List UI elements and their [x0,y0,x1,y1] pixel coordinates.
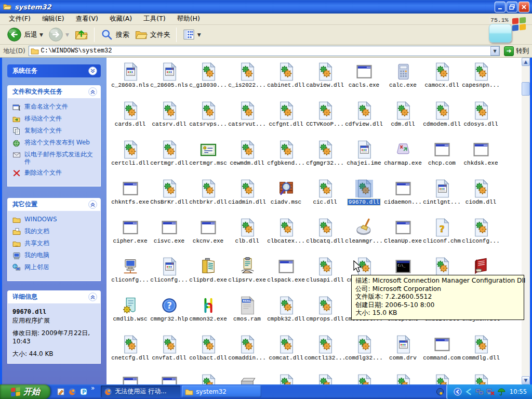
file-item[interactable] [422,374,461,384]
file-item[interactable]: ChsBrKr.dll [150,179,189,218]
arrow-tray-icon[interactable] [464,388,473,396]
file-item[interactable]: c_28603.nls [111,62,150,101]
file-item[interactable]: cdm.dll [383,101,422,140]
file-item[interactable]: cmprops.dll [305,296,344,335]
menu-item[interactable]: 查看(V) [70,14,104,24]
task-link[interactable]: 将这个文件发布到 Web [12,139,97,147]
file-item[interactable] [111,374,150,384]
file-item[interactable]: colbact.dll [189,335,228,374]
percent-overlay-widget[interactable]: 75.1% [489,14,521,43]
file-item[interactable]: cleanmgr... [344,218,383,257]
search-button[interactable]: 搜索 [98,27,132,43]
file-item[interactable]: ?cliconf.chm [422,218,461,257]
file-item[interactable]: clipbrd.exe [189,257,228,296]
file-item[interactable]: comaddin... [228,335,267,374]
views-button[interactable]: ▼ [180,27,204,42]
file-list-area[interactable]: c_28603.nlsc_28605.nlsc_g18030...c_is202… [107,58,522,384]
netx-tray-icon[interactable] [486,388,495,396]
folders-button[interactable]: 文件夹 [132,27,173,43]
file-item[interactable]: c_28605.nls [150,62,189,101]
file-tasks-header[interactable]: 文件和文件夹任务 [7,85,101,98]
file-item[interactable]: cic.dll [305,179,344,218]
file-item[interactable] [461,374,500,384]
file-item[interactable]: clb.dll [228,218,267,257]
file-item[interactable]: chkdsk.exe [461,140,500,179]
file-item[interactable]: CleanUp.exe [383,218,422,257]
file-item[interactable]: cabview.dll [305,62,344,101]
menu-item[interactable]: 文件(F) [3,14,36,24]
file-item[interactable]: cliconfg... [150,257,189,296]
file-item[interactable]: cdmodem.dll [422,101,461,140]
scroll-up-button[interactable]: ▲ [522,58,530,66]
file-item[interactable]: c_is2022... [228,62,267,101]
file-item[interactable]: clusapi.dll [305,257,344,296]
file-item[interactable] [305,374,344,384]
back-dropdown-icon[interactable]: ▼ [39,32,43,37]
file-item[interactable]: cfgmgr32... [305,140,344,179]
forward-button[interactable]: ▼ [46,26,72,43]
ime-indicator[interactable] [434,384,446,399]
file-item[interactable] [228,374,267,384]
file-item[interactable]: c_g18030... [189,62,228,101]
file-item[interactable]: commdlg.dll [461,335,500,374]
file-item[interactable]: chtbrkr.dll [189,179,228,218]
file-item[interactable]: ?cmmgr32.hlp [150,296,189,335]
file-item[interactable]: clbcatq.dll [305,218,344,257]
chevron-up-icon[interactable] [88,200,97,209]
file-item[interactable]: camocx.dll [422,62,461,101]
menu-item[interactable]: 帮助(H) [171,14,206,24]
chevron-down-icon[interactable] [88,66,97,75]
file-item[interactable]: chajei.ime [344,140,383,179]
file-item[interactable]: cliconfg... [461,218,500,257]
file-item[interactable]: cidaemon... [383,179,422,218]
menu-item[interactable]: 编辑(E) [36,14,70,24]
file-item[interactable]: ciadv.msc [267,179,305,218]
file-item[interactable]: comm.drv [383,335,422,374]
restore-button[interactable] [507,2,517,12]
file-item[interactable]: cacls.exe [344,62,383,101]
file-item[interactable]: chkntfs.exe [111,179,150,218]
up-button[interactable] [72,26,91,43]
views-dropdown-icon[interactable]: ▼ [197,32,201,37]
task-link[interactable]: 复制这个文件 [12,127,97,135]
file-item[interactable]: ciadmin.dll [228,179,267,218]
pps-quicklaunch-icon[interactable]: P [79,388,88,396]
file-item[interactable]: chcp.com [422,140,461,179]
file-item[interactable]: command.com [422,335,461,374]
file-item[interactable]: 99670.dll [344,179,383,218]
file-item[interactable]: REALcmos.ram [228,296,267,335]
file-item[interactable]: cmpbk32.dll [267,296,305,335]
pen-quicklaunch-icon[interactable] [57,388,65,396]
task-link[interactable]: 我的文档 [12,228,97,236]
file-item[interactable]: certmgr.msc [189,140,228,179]
file-item[interactable]: ckcnv.exe [189,218,228,257]
forward-dropdown-icon[interactable]: ▼ [65,32,69,37]
file-item[interactable]: cmdlib.wsc [111,296,150,335]
task-link[interactable]: 移动这个文件 [12,115,97,123]
file-item[interactable]: comcat.dll [267,335,305,374]
chevron-up-icon[interactable] [88,292,97,301]
file-item[interactable]: CCTVKooP... [305,101,344,140]
file-item[interactable]: cabinet.dll [267,62,305,101]
file-item[interactable]: cnvfat.dll [150,335,189,374]
menu-item[interactable]: 收藏(A) [104,14,138,24]
taskbar-clock[interactable]: 10:55 [510,388,527,395]
file-item[interactable] [383,374,422,384]
close-button[interactable] [518,2,529,12]
task-link[interactable]: 删除这个文件 [12,169,97,177]
file-item[interactable]: comctl132... [305,335,344,374]
address-combo[interactable]: C:\WINDOWS\system32 ▼ [29,46,500,56]
file-item[interactable]: cdfview.dll [344,101,383,140]
file-item[interactable]: clbcatex... [267,218,305,257]
task-link[interactable]: 我的电脑 [12,251,97,260]
task-button[interactable]: system32 [182,385,261,397]
file-item[interactable]: cfgbkend... [267,140,305,179]
firefox-quicklaunch-icon[interactable] [68,388,76,396]
file-item[interactable]: cards.dll [111,101,150,140]
file-item[interactable]: ciodm.dll [461,179,500,218]
file-item[interactable]: catsrvps... [189,101,228,140]
file-item[interactable]: certcli.dll [111,140,150,179]
address-value[interactable]: C:\WINDOWS\system32 [41,47,490,55]
file-item[interactable]: cdosys.dll [461,101,500,140]
file-item[interactable]: cisvc.exe [150,218,189,257]
